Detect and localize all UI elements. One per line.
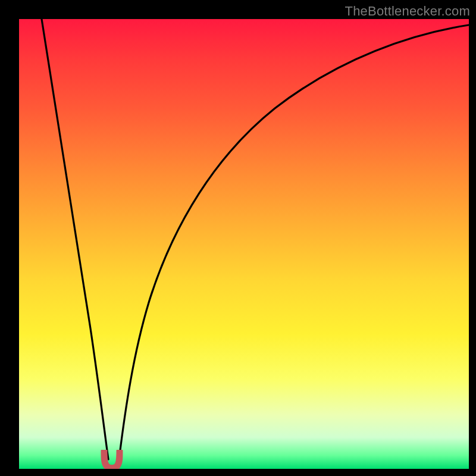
attribution-label: TheBottlenecker.com bbox=[345, 4, 470, 19]
bottleneck-curve bbox=[19, 19, 469, 469]
plot-area bbox=[19, 19, 469, 469]
chart-frame: TheBottlenecker.com bbox=[0, 0, 476, 476]
